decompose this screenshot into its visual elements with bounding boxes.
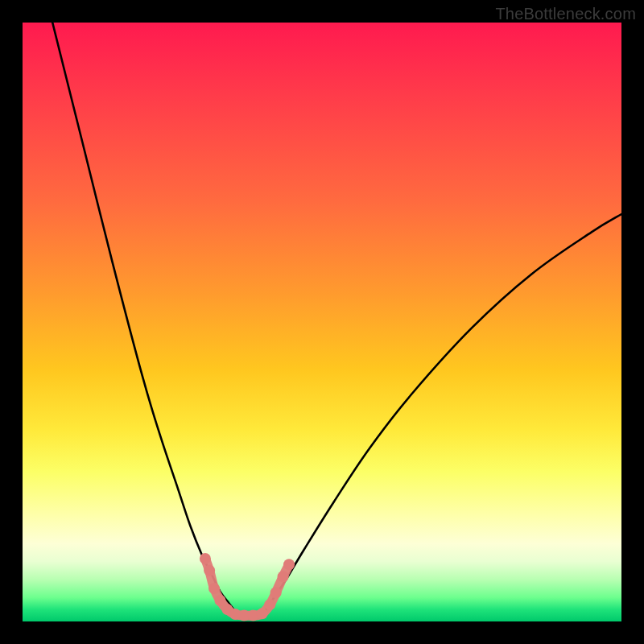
marker-dot: [264, 599, 275, 610]
marker-dot: [270, 587, 282, 598]
marker-dot: [204, 565, 215, 576]
marker-dot: [208, 583, 220, 594]
marker-dot: [283, 559, 295, 570]
plot-area: [23, 23, 621, 621]
watermark-text: TheBottleneck.com: [495, 5, 636, 23]
marker-dot: [257, 608, 268, 619]
curve-right-branch: [262, 214, 621, 615]
marker-layer: [200, 553, 295, 621]
marker-dot: [215, 595, 226, 606]
marker-dot: [278, 571, 289, 582]
marker-dot: [200, 553, 211, 564]
chart-svg: [23, 23, 621, 621]
outer-frame: TheBottleneck.com: [0, 0, 644, 644]
curve-left-branch: [52, 23, 238, 616]
curve-layer: [52, 23, 621, 616]
